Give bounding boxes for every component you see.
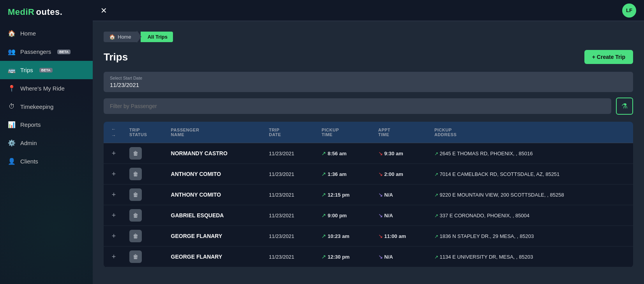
sidebar-item-admin[interactable]: ⚙️ Admin: [0, 134, 93, 152]
pickup-time-cell: ↗ 12:15 pm: [316, 185, 372, 205]
address-cell: ↗ 2645 E THOMAS RD, PHOENIX, , 85016: [429, 143, 633, 164]
passenger-name: ANTHONY COMITO: [171, 171, 221, 177]
breadcrumb-current: All Trips: [141, 32, 173, 42]
appt-time-cell: ↘ 9:30 am: [373, 143, 429, 164]
beta-badge: BETA: [39, 68, 53, 73]
address-arrow-icon: ↗: [434, 192, 438, 198]
appt-arrow-icon: ↘: [378, 192, 383, 198]
pickup-time-cell: ↗ 10:23 am: [316, 226, 372, 247]
pickup-arrow-icon: ↗: [321, 150, 326, 156]
sidebar-item-timekeeping[interactable]: ⏱ Timekeeping: [0, 98, 93, 115]
sidebar-item-home[interactable]: 🏠 Home: [0, 24, 93, 43]
address-cell: ↗ 9220 E MOUNTAIN VIEW, 200 SCOTTSDALE, …: [429, 185, 633, 205]
pickup-time-value: 10:23 am: [328, 233, 349, 239]
table-row: + 🗑 ANTHONY COMITO 11/23/2021 ↗ 12:15 pm…: [104, 185, 633, 205]
close-button[interactable]: ✕: [101, 6, 107, 15]
address-arrow-icon: ↗: [434, 213, 438, 218]
create-trip-button[interactable]: + Create Trip: [584, 50, 633, 64]
add-trip-button[interactable]: +: [109, 231, 118, 241]
beta-badge: BETA: [57, 50, 71, 54]
name-cell: GEORGE FLANARY: [166, 226, 264, 247]
status-icon[interactable]: 🗑: [129, 209, 142, 222]
add-cell: +: [104, 164, 124, 185]
passenger-filter-input[interactable]: [104, 98, 611, 114]
th-name: PASSENGERNAME: [166, 122, 264, 143]
next-arrow-icon[interactable]: →: [111, 133, 116, 138]
pickup-arrow-icon: ↗: [321, 233, 326, 239]
clients-icon: 👤: [8, 158, 16, 165]
sidebar-item-label: Where's My Ride: [20, 85, 65, 92]
sidebar-item-label: Reports: [20, 121, 41, 128]
breadcrumb-home[interactable]: 🏠 Home: [104, 32, 137, 42]
address-arrow-icon: ↗: [434, 151, 438, 156]
address-value: 2645 E THOMAS RD, PHOENIX, , 85016: [440, 151, 533, 156]
status-icon[interactable]: 🗑: [129, 147, 142, 160]
pickup-time-value: 12:15 pm: [328, 192, 349, 198]
sidebar-item-clients[interactable]: 👤 Clients: [0, 152, 93, 170]
date-cell: 11/23/2021: [263, 185, 316, 205]
table-row: + 🗑 NORMANDY CASTRO 11/23/2021 ↗ 8:56 am…: [104, 143, 633, 164]
sidebar-item-reports[interactable]: 📊 Reports: [0, 115, 93, 134]
sidebar-item-label: Timekeeping: [20, 103, 53, 110]
address-value: 7014 E CAMELBACK RD, SCOTTSDALE, AZ, 852…: [440, 171, 560, 177]
th-date: TRIPDATE: [263, 122, 316, 143]
pickup-time-cell: ↗ 12:30 pm: [316, 247, 372, 267]
th-pickup-address: PICKUPADDRESS: [429, 122, 633, 143]
status-icon[interactable]: 🗑: [129, 230, 142, 242]
home-icon: 🏠: [8, 30, 16, 37]
prev-arrow-icon[interactable]: ←: [111, 126, 116, 132]
appt-time-value: N/A: [384, 213, 393, 218]
name-cell: ANTHONY COMITO: [166, 185, 264, 205]
sidebar-item-trips[interactable]: 🚌 Trips BETA: [0, 61, 93, 79]
reports-icon: 📊: [8, 121, 16, 128]
filter-button[interactable]: ⚗: [616, 98, 633, 115]
add-cell: +: [104, 247, 124, 267]
add-trip-button[interactable]: +: [109, 252, 118, 261]
filter-row: ⚗: [104, 98, 633, 115]
home-icon: 🏠: [109, 34, 115, 40]
appt-time-cell: ↘ N/A: [373, 205, 429, 226]
add-trip-button[interactable]: +: [109, 149, 118, 158]
status-icon[interactable]: 🗑: [129, 188, 142, 201]
appt-arrow-icon: ↘: [378, 212, 383, 218]
address-cell: ↗ 7014 E CAMELBACK RD, SCOTTSDALE, AZ, 8…: [429, 164, 633, 185]
breadcrumb-separator: [137, 30, 141, 43]
add-trip-button[interactable]: +: [109, 190, 118, 199]
add-cell: +: [104, 205, 124, 226]
appt-time-value: 9:30 am: [384, 151, 403, 156]
name-cell: GABRIEL ESQUEDA: [166, 205, 264, 226]
pickup-time-cell: ↗ 9:00 pm: [316, 205, 372, 226]
appt-time-value: 11:00 am: [384, 233, 406, 239]
timekeeping-icon: ⏱: [8, 103, 16, 110]
passenger-name: GEORGE FLANARY: [171, 254, 222, 260]
table-header-row: ← → TRIPSTATUS PASSENGERNAME TRIPDATE PI…: [104, 122, 633, 143]
th-nav: ← →: [104, 122, 124, 143]
sidebar-item-wheres-my-ride[interactable]: 📍 Where's My Ride: [0, 79, 93, 98]
status-cell: 🗑: [124, 185, 166, 205]
add-cell: +: [104, 185, 124, 205]
appt-arrow-icon: ↘: [378, 233, 383, 239]
sidebar-item-passengers[interactable]: 👥 Passengers BETA: [0, 43, 93, 61]
status-icon[interactable]: 🗑: [129, 250, 142, 263]
add-trip-button[interactable]: +: [109, 169, 118, 179]
trips-icon: 🚌: [8, 66, 16, 74]
add-trip-button[interactable]: +: [109, 211, 118, 220]
avatar[interactable]: LF: [622, 4, 636, 18]
address-arrow-icon: ↗: [434, 172, 438, 177]
pickup-time-value: 9:00 pm: [328, 213, 347, 218]
passenger-name: NORMANDY CASTRO: [171, 150, 228, 156]
name-cell: GEORGE FLANARY: [166, 247, 264, 267]
date-filter-wrapper[interactable]: Select Start Date 11/23/2021: [104, 72, 633, 92]
date-cell: 11/23/2021: [263, 205, 316, 226]
appt-arrow-icon: ↘: [378, 254, 383, 260]
admin-icon: ⚙️: [8, 139, 16, 147]
content-area: 🏠 Home All Trips Trips + Create Trip Sel…: [93, 21, 644, 284]
name-cell: NORMANDY CASTRO: [166, 143, 264, 164]
sidebar-item-label: Admin: [20, 140, 37, 146]
date-label: Select Start Date: [110, 76, 627, 80]
add-cell: +: [104, 143, 124, 164]
table-row: + 🗑 ANTHONY COMITO 11/23/2021 ↗ 1:36 am …: [104, 164, 633, 185]
status-icon[interactable]: 🗑: [129, 168, 142, 180]
main-panel: ✕ LF 🏠 Home All Trips Trips + Create Tri…: [93, 0, 644, 284]
pickup-time-value: 8:56 am: [328, 151, 346, 156]
